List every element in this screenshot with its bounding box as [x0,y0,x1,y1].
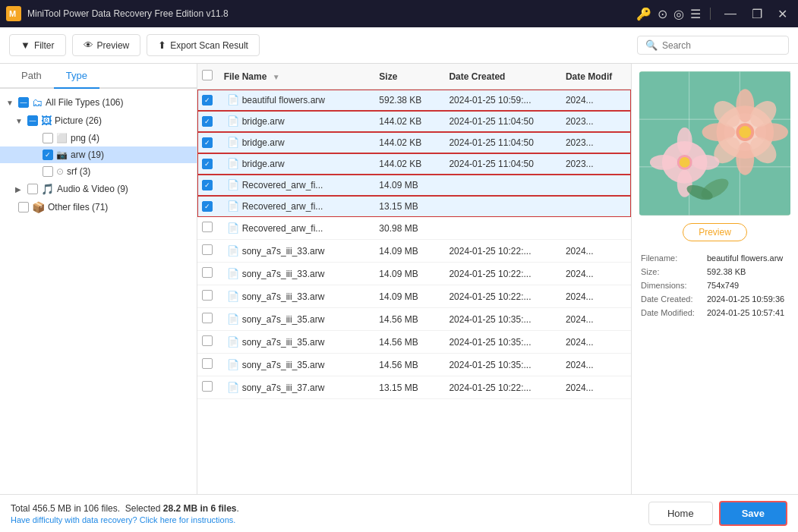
tree-item-all[interactable]: ▼ — 🗂 All File Types (106) [0,93,197,112]
tree-label-png: png (4) [71,133,99,143]
select-all-checkbox[interactable] [202,70,213,80]
save-button[interactable]: Save [719,501,787,526]
app-logo: M [6,6,21,21]
help-link[interactable]: Have difficulty with data recovery? Clic… [11,515,239,524]
file-icon: 📄 [227,268,239,279]
file-row-checkbox[interactable]: ✓ [202,95,213,105]
tree-item-arw[interactable]: ✓ 📷 arw (19) [0,146,197,163]
tree-checkbox-other[interactable] [18,202,29,212]
file-row-checkbox[interactable]: ✓ [202,201,213,212]
table-row[interactable]: ✓📄Recovered_arw_fi...13.15 MB [197,196,631,217]
file-row-checkbox[interactable] [202,358,213,369]
status-left: Total 456.5 MB in 106 files. Selected 28… [11,503,239,524]
header-size[interactable]: Size [374,64,444,90]
other-files-icon: 📦 [32,201,45,213]
tree-checkbox-picture[interactable]: — [27,115,38,126]
tree-checkbox-png[interactable] [43,133,53,143]
date-created-value: 2024-01-25 10:59:36 [707,293,789,305]
file-list-panel: File Name ▼ Size Date Created Date Modif [197,64,631,494]
tab-path[interactable]: Path [9,64,54,89]
toolbar: ▼ Filter 👁 Preview ⬆ Export Scan Result … [0,27,798,64]
file-row-checkbox[interactable]: ✓ [202,180,213,190]
file-size: 592.38 KB [374,90,444,111]
folder-icon: 🗂 [32,96,43,109]
header-date-modified[interactable]: Date Modif [561,64,631,90]
table-row[interactable]: 📄Recovered_arw_fi...30.98 MB [197,217,631,240]
table-row[interactable]: ✓📄bridge.arw144.02 KB2024-01-25 11:04:50… [197,111,631,132]
table-row[interactable]: ✓📄Recovered_arw_fi...14.09 MB [197,175,631,196]
file-icon: 📄 [227,291,239,302]
table-row[interactable]: 📄sony_a7s_iii_33.arw14.09 MB2024-01-25 1… [197,240,631,263]
file-name: sony_a7s_iii_33.arw [242,291,325,302]
tree-item-picture[interactable]: ▼ — 🖼 Picture (26) [0,112,197,130]
file-name: sony_a7s_iii_35.arw [242,360,325,370]
preview-file-button[interactable]: Preview [683,223,747,241]
tab-type[interactable]: Type [54,64,99,89]
file-date-created: 2024-01-25 11:04:50 [444,111,560,132]
maximize-button[interactable]: ❐ [747,7,767,21]
table-row[interactable]: 📄sony_a7s_iii_37.arw13.15 MB2024-01-25 1… [197,376,631,399]
preview-button[interactable]: 👁 Preview [72,34,141,56]
close-button[interactable]: ✕ [773,7,792,21]
file-date-modified: 2024... [561,308,631,331]
search-box[interactable]: 🔍 [637,36,789,55]
table-row[interactable]: 📄sony_a7s_iii_35.arw14.56 MB2024-01-25 1… [197,354,631,376]
file-row-checkbox[interactable] [202,222,213,232]
headphone-icon[interactable]: ◎ [673,7,684,21]
table-row[interactable]: 📄sony_a7s_iii_33.arw14.09 MB2024-01-25 1… [197,263,631,285]
dimensions-value: 754x749 [707,279,789,291]
tree-checkbox-srf[interactable] [43,166,53,177]
file-icon: 📄 [227,382,239,393]
tree-item-srf[interactable]: ⊙ srf (3) [0,163,197,180]
table-row[interactable]: 📄sony_a7s_iii_33.arw14.09 MB2024-01-25 1… [197,285,631,308]
file-row-checkbox[interactable] [202,244,213,255]
tree-item-png[interactable]: ⬜ png (4) [0,130,197,146]
filename-label: Filename: [641,252,705,264]
file-row-checkbox[interactable] [202,381,213,392]
file-date-created: 2024-01-25 10:22:... [444,376,560,399]
file-date-modified: 2023... [561,132,631,153]
tree-checkbox-arw[interactable]: ✓ [43,150,53,160]
file-row-checkbox[interactable]: ✓ [202,116,213,127]
table-row[interactable]: ✓📄bridge.arw144.02 KB2024-01-25 11:04:50… [197,153,631,175]
file-name: sony_a7s_iii_35.arw [242,337,325,348]
tree-checkbox-audio[interactable] [27,184,38,194]
file-row-checkbox[interactable] [202,335,213,346]
tree-item-other[interactable]: 📦 Other files (71) [0,198,197,216]
table-row[interactable]: 📄sony_a7s_iii_35.arw14.56 MB2024-01-25 1… [197,331,631,354]
key-icon[interactable]: 🔑 [636,7,651,21]
left-panel: Path Type ▼ — 🗂 All File Types (106) ▼ —… [0,64,197,494]
svg-point-23 [650,155,677,170]
file-date-created [444,217,560,240]
file-row-checkbox[interactable] [202,313,213,323]
header-date-created[interactable]: Date Created [444,64,560,90]
export-button[interactable]: ⬆ Export Scan Result [147,34,260,56]
file-date-created: 2024-01-25 10:22:... [444,263,560,285]
export-icon: ⬆ [158,39,166,51]
preview-panel: ✕ [631,64,798,494]
file-name: sony_a7s_iii_33.arw [242,269,325,279]
srf-icon: ⊙ [56,166,64,177]
file-date-modified: 2024... [561,240,631,263]
file-name: Recovered_arw_fi... [242,201,323,212]
table-row[interactable]: ✓📄beautiful flowers.arw592.38 KB2024-01-… [197,90,631,111]
minimize-button[interactable]: — [720,7,741,20]
tree-item-audio[interactable]: ▶ 🎵 Audio & Video (9) [0,180,197,198]
file-row-checkbox[interactable] [202,290,213,301]
file-row-checkbox[interactable] [202,267,213,278]
home-button[interactable]: Home [648,502,713,525]
account-icon[interactable]: ⊙ [658,7,667,21]
file-row-checkbox[interactable]: ✓ [202,137,213,148]
file-table: File Name ▼ Size Date Created Date Modif [197,64,631,399]
tree-checkbox-all[interactable]: — [18,97,29,108]
table-row[interactable]: ✓📄bridge.arw144.02 KB2024-01-25 11:04:50… [197,132,631,153]
date-created-label: Date Created: [641,293,705,305]
file-row-checkbox[interactable]: ✓ [202,159,213,169]
search-input[interactable] [662,40,781,51]
header-filename[interactable]: File Name ▼ [219,64,375,90]
menu-icon[interactable]: ☰ [690,7,701,21]
svg-point-21 [677,127,692,155]
file-date-modified: 2024... [561,331,631,354]
filter-button[interactable]: ▼ Filter [9,34,66,56]
table-row[interactable]: 📄sony_a7s_iii_35.arw14.56 MB2024-01-25 1… [197,308,631,331]
